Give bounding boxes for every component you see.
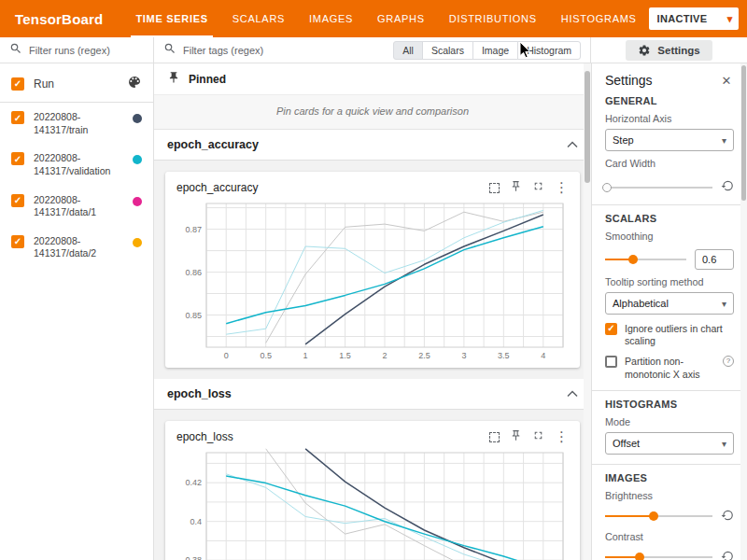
runs-sidebar: Run 20220808-141317/train 20220808-14131… [0,63,154,560]
partition-x-axis-label: Partition non-monotonic X axis [625,356,713,380]
search-icon [163,42,176,58]
help-icon[interactable] [723,356,734,367]
section-title: epoch_accuracy [167,138,259,151]
reset-contrast-icon[interactable] [721,550,734,560]
reset-brightness-icon[interactable] [721,509,734,525]
filter-all-button[interactable]: All [393,41,423,60]
tab-time-series[interactable]: TIME SERIES [123,0,219,37]
brightness-label: Brightness [605,490,734,501]
histogram-mode-label: Mode [605,416,734,427]
main-scrollbar-thumb[interactable] [585,71,590,183]
run-color-dot[interactable] [133,155,142,164]
chevron-up-icon[interactable] [567,387,578,400]
horizontal-axis-label: Horizontal Axis [605,113,734,124]
filter-scalars-button[interactable]: Scalars [422,41,473,60]
pinned-empty-hint: Pin cards for a quick view and compariso… [154,95,591,130]
run-checkbox[interactable] [11,152,24,165]
svg-text:2.5: 2.5 [418,351,430,360]
main-scrollbar[interactable] [584,63,591,560]
chevron-down-icon [722,438,726,449]
epoch-accuracy-card: epoch_accuracy 0.850.860.8700.511.522.53… [165,172,580,368]
tooltip-sorting-value: Alphabetical [613,298,669,309]
close-icon[interactable] [719,73,734,88]
contrast-slider[interactable] [605,552,712,560]
divider [592,390,747,391]
run-color-dot[interactable] [133,238,142,247]
ignore-outliers-checkbox[interactable] [605,323,617,335]
run-row-validation[interactable]: 20220808-141317/validation [0,144,153,185]
card-title: epoch_accuracy [176,181,489,194]
card-width-slider[interactable] [605,182,712,193]
panel-scrollbar[interactable] [740,63,747,560]
smoothing-slider[interactable] [605,254,686,265]
epoch-loss-chart[interactable]: 0.360.380.40.4200.511.522.533.54 [173,447,572,560]
filter-tags-input[interactable] [183,45,387,56]
fullscreen-icon[interactable] [532,429,544,444]
tooltip-sorting-select[interactable]: Alphabetical [605,292,734,315]
svg-text:3: 3 [461,351,466,360]
tab-images[interactable]: IMAGES [297,0,365,37]
histograms-section-header: HISTOGRAMS [605,399,734,410]
svg-text:1.5: 1.5 [339,351,351,360]
more-options-icon[interactable] [555,428,569,445]
search-icon [9,42,22,58]
tab-scalars[interactable]: SCALARS [220,0,297,37]
chevron-up-icon[interactable] [567,138,578,151]
tooltip-sorting-label: Tooltip sorting method [605,276,734,287]
filter-histogram-button[interactable]: Histogram [517,41,581,60]
more-options-icon[interactable] [555,179,569,196]
fit-domain-icon[interactable] [489,183,500,193]
horizontal-axis-select[interactable]: Step [605,129,734,151]
filter-runs-input[interactable] [29,45,144,56]
filter-image-button[interactable]: Image [472,41,518,60]
svg-text:0.86: 0.86 [185,268,202,277]
fullscreen-icon[interactable] [532,180,544,195]
smoothing-value-input[interactable]: 0.6 [695,249,734,270]
run-name: 20220808-141317/train [34,111,123,136]
epoch-accuracy-chart[interactable]: 0.850.860.8700.511.522.533.54 [173,198,572,364]
images-section-header: IMAGES [605,472,734,483]
divider [592,464,747,465]
run-row-data-2[interactable]: 20220808-141317/data/2 [0,227,153,268]
panel-scrollbar-thumb[interactable] [741,65,746,201]
reload-status-dropdown[interactable]: INACTIVE [649,7,739,30]
ignore-outliers-label: Ignore outliers in chart scaling [625,323,734,347]
histogram-mode-select[interactable]: Offset [605,432,734,455]
settings-button[interactable]: Settings [626,40,712,61]
card-title: epoch_loss [176,430,489,443]
pin-icon [167,71,180,87]
chevron-down-icon [722,134,726,146]
tab-graphs[interactable]: GRAPHS [365,0,437,37]
horizontal-axis-value: Step [613,134,634,146]
run-name: 20220808-141317/data/2 [34,235,123,260]
run-checkbox[interactable] [11,194,24,207]
run-color-dot[interactable] [133,197,142,206]
tag-type-filter-group: All Scalars Image Histogram [393,41,581,60]
pin-card-icon[interactable] [510,180,522,195]
card-width-label: Card Width [605,158,734,169]
svg-text:0.38: 0.38 [185,555,202,560]
run-row-train[interactable]: 20220808-141317/train [0,103,153,144]
svg-text:0.85: 0.85 [185,311,202,320]
pin-card-icon[interactable] [510,429,522,444]
brightness-slider[interactable] [605,511,712,522]
run-checkbox[interactable] [11,111,24,124]
fit-domain-icon[interactable] [489,432,500,442]
section-epoch-loss[interactable]: epoch_loss [154,379,591,410]
settings-panel: Settings GENERAL Horizontal Axis Step Ca… [591,63,747,560]
run-color-dot[interactable] [133,114,142,123]
section-epoch-accuracy[interactable]: epoch_accuracy [154,130,591,161]
palette-icon[interactable] [127,75,142,92]
histogram-mode-value: Offset [613,438,640,449]
pinned-header: Pinned [154,63,591,95]
reset-card-width-icon[interactable] [721,179,734,195]
run-row-data-1[interactable]: 20220808-141317/data/1 [0,186,153,227]
tab-distributions[interactable]: DISTRIBUTIONS [437,0,549,37]
tab-histograms[interactable]: HISTOGRAMS [549,0,649,37]
run-checkbox[interactable] [11,235,24,248]
partition-x-axis-checkbox[interactable] [605,356,617,368]
run-master-checkbox[interactable] [11,77,24,91]
app-title: TensorBoard [15,11,103,27]
section-title: epoch_loss [167,387,232,400]
svg-text:0: 0 [224,351,229,360]
